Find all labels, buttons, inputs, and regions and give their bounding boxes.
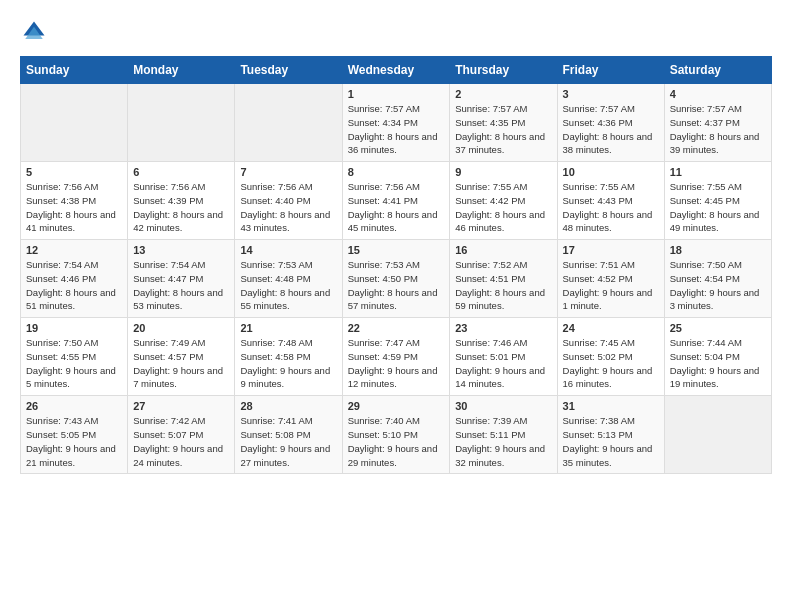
day-number: 23 bbox=[455, 322, 551, 334]
weekday-header-sunday: Sunday bbox=[21, 57, 128, 84]
header bbox=[20, 18, 772, 46]
calendar-cell: 10Sunrise: 7:55 AM Sunset: 4:43 PM Dayli… bbox=[557, 162, 664, 240]
day-number: 12 bbox=[26, 244, 122, 256]
day-info: Sunrise: 7:55 AM Sunset: 4:43 PM Dayligh… bbox=[563, 180, 659, 235]
day-number: 3 bbox=[563, 88, 659, 100]
logo-icon bbox=[20, 18, 48, 46]
calendar-cell: 21Sunrise: 7:48 AM Sunset: 4:58 PM Dayli… bbox=[235, 318, 342, 396]
calendar-cell: 3Sunrise: 7:57 AM Sunset: 4:36 PM Daylig… bbox=[557, 84, 664, 162]
weekday-header-tuesday: Tuesday bbox=[235, 57, 342, 84]
day-info: Sunrise: 7:44 AM Sunset: 5:04 PM Dayligh… bbox=[670, 336, 766, 391]
day-number: 21 bbox=[240, 322, 336, 334]
calendar-cell: 12Sunrise: 7:54 AM Sunset: 4:46 PM Dayli… bbox=[21, 240, 128, 318]
day-info: Sunrise: 7:54 AM Sunset: 4:47 PM Dayligh… bbox=[133, 258, 229, 313]
calendar-cell: 29Sunrise: 7:40 AM Sunset: 5:10 PM Dayli… bbox=[342, 396, 450, 474]
day-info: Sunrise: 7:55 AM Sunset: 4:45 PM Dayligh… bbox=[670, 180, 766, 235]
day-number: 18 bbox=[670, 244, 766, 256]
calendar-cell: 13Sunrise: 7:54 AM Sunset: 4:47 PM Dayli… bbox=[128, 240, 235, 318]
day-number: 13 bbox=[133, 244, 229, 256]
day-number: 30 bbox=[455, 400, 551, 412]
calendar-cell: 19Sunrise: 7:50 AM Sunset: 4:55 PM Dayli… bbox=[21, 318, 128, 396]
calendar-cell: 7Sunrise: 7:56 AM Sunset: 4:40 PM Daylig… bbox=[235, 162, 342, 240]
day-info: Sunrise: 7:56 AM Sunset: 4:41 PM Dayligh… bbox=[348, 180, 445, 235]
day-number: 28 bbox=[240, 400, 336, 412]
calendar-cell: 1Sunrise: 7:57 AM Sunset: 4:34 PM Daylig… bbox=[342, 84, 450, 162]
calendar-cell: 2Sunrise: 7:57 AM Sunset: 4:35 PM Daylig… bbox=[450, 84, 557, 162]
day-info: Sunrise: 7:42 AM Sunset: 5:07 PM Dayligh… bbox=[133, 414, 229, 469]
calendar-cell: 28Sunrise: 7:41 AM Sunset: 5:08 PM Dayli… bbox=[235, 396, 342, 474]
calendar-cell: 24Sunrise: 7:45 AM Sunset: 5:02 PM Dayli… bbox=[557, 318, 664, 396]
calendar-cell: 23Sunrise: 7:46 AM Sunset: 5:01 PM Dayli… bbox=[450, 318, 557, 396]
calendar-week-row: 26Sunrise: 7:43 AM Sunset: 5:05 PM Dayli… bbox=[21, 396, 772, 474]
day-number: 31 bbox=[563, 400, 659, 412]
weekday-header-monday: Monday bbox=[128, 57, 235, 84]
calendar-cell: 5Sunrise: 7:56 AM Sunset: 4:38 PM Daylig… bbox=[21, 162, 128, 240]
calendar-table: SundayMondayTuesdayWednesdayThursdayFrid… bbox=[20, 56, 772, 474]
calendar-cell: 16Sunrise: 7:52 AM Sunset: 4:51 PM Dayli… bbox=[450, 240, 557, 318]
day-number: 11 bbox=[670, 166, 766, 178]
day-number: 7 bbox=[240, 166, 336, 178]
day-info: Sunrise: 7:43 AM Sunset: 5:05 PM Dayligh… bbox=[26, 414, 122, 469]
day-number: 1 bbox=[348, 88, 445, 100]
day-info: Sunrise: 7:52 AM Sunset: 4:51 PM Dayligh… bbox=[455, 258, 551, 313]
day-number: 29 bbox=[348, 400, 445, 412]
day-info: Sunrise: 7:56 AM Sunset: 4:38 PM Dayligh… bbox=[26, 180, 122, 235]
weekday-header-saturday: Saturday bbox=[664, 57, 771, 84]
day-number: 24 bbox=[563, 322, 659, 334]
day-info: Sunrise: 7:53 AM Sunset: 4:50 PM Dayligh… bbox=[348, 258, 445, 313]
calendar-week-row: 5Sunrise: 7:56 AM Sunset: 4:38 PM Daylig… bbox=[21, 162, 772, 240]
day-info: Sunrise: 7:51 AM Sunset: 4:52 PM Dayligh… bbox=[563, 258, 659, 313]
page: SundayMondayTuesdayWednesdayThursdayFrid… bbox=[0, 0, 792, 492]
day-info: Sunrise: 7:47 AM Sunset: 4:59 PM Dayligh… bbox=[348, 336, 445, 391]
calendar-cell: 18Sunrise: 7:50 AM Sunset: 4:54 PM Dayli… bbox=[664, 240, 771, 318]
weekday-header-row: SundayMondayTuesdayWednesdayThursdayFrid… bbox=[21, 57, 772, 84]
day-number: 22 bbox=[348, 322, 445, 334]
calendar-cell bbox=[664, 396, 771, 474]
calendar-cell: 26Sunrise: 7:43 AM Sunset: 5:05 PM Dayli… bbox=[21, 396, 128, 474]
day-info: Sunrise: 7:46 AM Sunset: 5:01 PM Dayligh… bbox=[455, 336, 551, 391]
calendar-week-row: 19Sunrise: 7:50 AM Sunset: 4:55 PM Dayli… bbox=[21, 318, 772, 396]
calendar-cell: 8Sunrise: 7:56 AM Sunset: 4:41 PM Daylig… bbox=[342, 162, 450, 240]
day-info: Sunrise: 7:57 AM Sunset: 4:34 PM Dayligh… bbox=[348, 102, 445, 157]
calendar-cell: 4Sunrise: 7:57 AM Sunset: 4:37 PM Daylig… bbox=[664, 84, 771, 162]
calendar-cell: 25Sunrise: 7:44 AM Sunset: 5:04 PM Dayli… bbox=[664, 318, 771, 396]
day-number: 15 bbox=[348, 244, 445, 256]
calendar-cell: 20Sunrise: 7:49 AM Sunset: 4:57 PM Dayli… bbox=[128, 318, 235, 396]
calendar-cell: 30Sunrise: 7:39 AM Sunset: 5:11 PM Dayli… bbox=[450, 396, 557, 474]
day-info: Sunrise: 7:49 AM Sunset: 4:57 PM Dayligh… bbox=[133, 336, 229, 391]
day-number: 27 bbox=[133, 400, 229, 412]
calendar-week-row: 1Sunrise: 7:57 AM Sunset: 4:34 PM Daylig… bbox=[21, 84, 772, 162]
calendar-cell bbox=[235, 84, 342, 162]
calendar-cell bbox=[21, 84, 128, 162]
calendar-cell: 9Sunrise: 7:55 AM Sunset: 4:42 PM Daylig… bbox=[450, 162, 557, 240]
day-number: 16 bbox=[455, 244, 551, 256]
day-info: Sunrise: 7:56 AM Sunset: 4:40 PM Dayligh… bbox=[240, 180, 336, 235]
day-info: Sunrise: 7:53 AM Sunset: 4:48 PM Dayligh… bbox=[240, 258, 336, 313]
calendar-cell: 11Sunrise: 7:55 AM Sunset: 4:45 PM Dayli… bbox=[664, 162, 771, 240]
day-info: Sunrise: 7:57 AM Sunset: 4:35 PM Dayligh… bbox=[455, 102, 551, 157]
calendar-week-row: 12Sunrise: 7:54 AM Sunset: 4:46 PM Dayli… bbox=[21, 240, 772, 318]
day-number: 19 bbox=[26, 322, 122, 334]
day-info: Sunrise: 7:57 AM Sunset: 4:37 PM Dayligh… bbox=[670, 102, 766, 157]
calendar-cell: 6Sunrise: 7:56 AM Sunset: 4:39 PM Daylig… bbox=[128, 162, 235, 240]
day-info: Sunrise: 7:57 AM Sunset: 4:36 PM Dayligh… bbox=[563, 102, 659, 157]
day-number: 25 bbox=[670, 322, 766, 334]
day-info: Sunrise: 7:48 AM Sunset: 4:58 PM Dayligh… bbox=[240, 336, 336, 391]
day-info: Sunrise: 7:54 AM Sunset: 4:46 PM Dayligh… bbox=[26, 258, 122, 313]
day-info: Sunrise: 7:50 AM Sunset: 4:55 PM Dayligh… bbox=[26, 336, 122, 391]
calendar-cell bbox=[128, 84, 235, 162]
day-info: Sunrise: 7:40 AM Sunset: 5:10 PM Dayligh… bbox=[348, 414, 445, 469]
day-number: 2 bbox=[455, 88, 551, 100]
calendar-cell: 15Sunrise: 7:53 AM Sunset: 4:50 PM Dayli… bbox=[342, 240, 450, 318]
day-number: 6 bbox=[133, 166, 229, 178]
day-number: 5 bbox=[26, 166, 122, 178]
logo bbox=[20, 18, 52, 46]
calendar-cell: 22Sunrise: 7:47 AM Sunset: 4:59 PM Dayli… bbox=[342, 318, 450, 396]
weekday-header-friday: Friday bbox=[557, 57, 664, 84]
day-info: Sunrise: 7:38 AM Sunset: 5:13 PM Dayligh… bbox=[563, 414, 659, 469]
day-info: Sunrise: 7:39 AM Sunset: 5:11 PM Dayligh… bbox=[455, 414, 551, 469]
day-number: 4 bbox=[670, 88, 766, 100]
day-info: Sunrise: 7:45 AM Sunset: 5:02 PM Dayligh… bbox=[563, 336, 659, 391]
calendar-cell: 27Sunrise: 7:42 AM Sunset: 5:07 PM Dayli… bbox=[128, 396, 235, 474]
day-info: Sunrise: 7:56 AM Sunset: 4:39 PM Dayligh… bbox=[133, 180, 229, 235]
